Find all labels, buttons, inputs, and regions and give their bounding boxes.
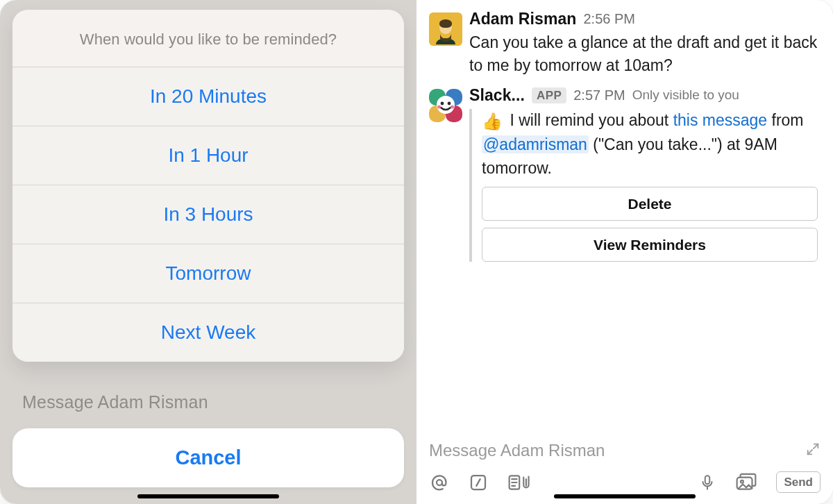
remind-option-next-week[interactable]: Next Week <box>12 303 404 362</box>
bot-confirmation-block: 👍 I will remind you about this message f… <box>469 109 819 262</box>
svg-rect-19 <box>705 476 710 484</box>
svg-point-10 <box>437 105 441 108</box>
user-mention[interactable]: @adamrisman <box>482 135 589 153</box>
reminder-action-sheet: When would you like to be reminded? In 2… <box>12 10 404 362</box>
bot-text-prefix: I will remind you about <box>505 111 673 129</box>
visibility-note: Only visible to you <box>632 87 739 103</box>
message-list: Adam Risman 2:56 PM Can you take a glanc… <box>416 0 833 435</box>
remind-option-1-hour[interactable]: In 1 Hour <box>12 126 404 185</box>
message-author-name: Adam Risman <box>469 10 576 28</box>
cancel-button[interactable]: Cancel <box>12 428 404 487</box>
message-body: Slack... APP 2:57 PM Only visible to you… <box>469 86 819 262</box>
message-body: Adam Risman 2:56 PM Can you take a glanc… <box>469 10 819 78</box>
image-icon[interactable] <box>734 472 758 493</box>
message-slackbot: Slack... APP 2:57 PM Only visible to you… <box>429 86 819 262</box>
svg-line-14 <box>476 478 480 486</box>
mention-icon[interactable] <box>429 472 450 493</box>
message-text: Can you take a glance at the draft and g… <box>469 30 819 78</box>
expand-composer-icon[interactable] <box>805 442 821 460</box>
microphone-icon[interactable] <box>698 472 716 493</box>
svg-point-9 <box>448 101 451 105</box>
view-reminders-button[interactable]: View Reminders <box>482 228 818 262</box>
svg-point-22 <box>741 480 743 482</box>
left-panel-action-sheet: Message Adam Risman When would you like … <box>0 0 416 504</box>
svg-point-12 <box>437 480 442 485</box>
message-adam: Adam Risman 2:56 PM Can you take a glanc… <box>429 10 819 78</box>
home-indicator <box>137 494 279 498</box>
remind-option-20-minutes[interactable]: In 20 Minutes <box>12 67 404 126</box>
slash-command-icon[interactable] <box>468 472 489 493</box>
thumbs-up-emoji: 👍 <box>482 112 503 131</box>
composer-placeholder: Message Adam Risman <box>429 441 605 460</box>
composer-input-row[interactable]: Message Adam Risman <box>429 435 821 466</box>
svg-point-8 <box>441 101 444 105</box>
svg-point-11 <box>451 105 454 108</box>
attach-file-icon[interactable] <box>507 472 530 493</box>
svg-point-7 <box>437 96 455 114</box>
remind-option-3-hours[interactable]: In 3 Hours <box>12 185 404 244</box>
bot-text-mid: from <box>767 111 803 129</box>
app-badge: APP <box>532 87 566 103</box>
composer-toolbar: Send <box>429 466 821 493</box>
remind-option-tomorrow[interactable]: Tomorrow <box>12 244 404 303</box>
bot-name: Slack... <box>469 86 525 105</box>
reminder-message-link[interactable]: this message <box>673 111 768 129</box>
avatar-slackbot <box>429 89 462 122</box>
right-panel-chat: Adam Risman 2:56 PM Can you take a glanc… <box>416 0 833 504</box>
message-time: 2:56 PM <box>583 11 634 27</box>
app-frame: Message Adam Risman When would you like … <box>0 0 833 504</box>
send-button[interactable]: Send <box>776 471 821 493</box>
delete-reminder-button[interactable]: Delete <box>482 187 818 221</box>
avatar-adam <box>429 12 462 46</box>
home-indicator <box>554 494 696 498</box>
action-sheet-title: When would you like to be reminded? <box>12 10 404 67</box>
bot-time: 2:57 PM <box>573 87 625 103</box>
bot-confirmation-text: 👍 I will remind you about this message f… <box>482 109 818 180</box>
dimmed-composer-placeholder: Message Adam Risman <box>22 392 208 412</box>
